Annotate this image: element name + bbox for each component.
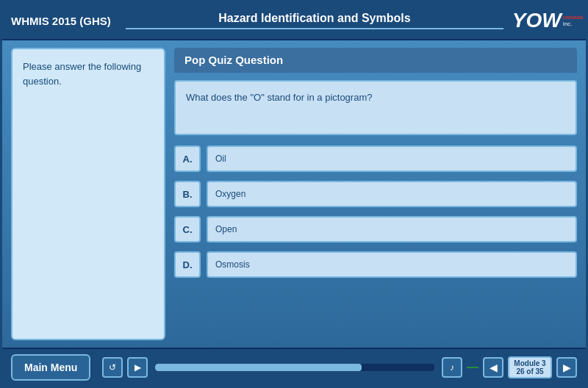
music-button[interactable]: ♪ [442,357,462,378]
answers-container: A. Oil B. Oxygen C. [174,146,577,278]
answer-text-c[interactable]: Open [207,216,577,242]
dash-icon: — [467,361,478,374]
back-icon: ◀ [490,362,498,373]
logo-inc-text: Inc. [563,21,584,27]
main-menu-button[interactable]: Main Menu [11,354,90,381]
quiz-header: Pop Quiz Question [174,48,577,73]
reset-icon: ↺ [109,362,116,373]
footer: Main Menu ↺ ▶ ♪ — ◀ Module 3 26 of 35 [2,348,586,386]
play-icon: ▶ [135,362,141,373]
answer-text-b[interactable]: Oxygen [207,181,577,207]
answer-text-d[interactable]: Osmosis [207,251,577,278]
next-button[interactable]: ▶ [556,357,577,378]
question-text: What does the "O" stand for in a pictogr… [186,92,565,103]
reset-button[interactable]: ↺ [102,357,123,378]
play-button[interactable]: ▶ [127,357,148,378]
main-content: Please answer the following question. Po… [2,40,586,348]
left-panel-text: Please answer the following question. [23,60,154,88]
music-icon: ♪ [450,362,454,373]
logo-sub: canada Inc. [563,14,584,27]
app-frame: WHMIS 2015 (GHS) Hazard Identification a… [0,0,588,388]
next-icon: ▶ [563,362,571,373]
logo-main-text: YOW [512,10,562,31]
answer-label-a[interactable]: A. [174,146,201,172]
module-line1: Module 3 [514,359,546,367]
left-panel: Please answer the following question. [11,48,165,340]
answer-row-a[interactable]: A. Oil [174,146,577,172]
footer-controls: ↺ ▶ ♪ — ◀ Module 3 26 of 35 ▶ [102,356,577,378]
quiz-section-title: Pop Quiz Question [184,54,283,66]
module-line2: 26 of 35 [514,367,546,376]
header: WHMIS 2015 (GHS) Hazard Identification a… [2,2,586,40]
answer-label-d[interactable]: D. [174,251,201,278]
module-badge: Module 3 26 of 35 [508,356,552,378]
answer-text-a[interactable]: Oil [207,146,577,172]
header-left-title: WHMIS 2015 (GHS) [11,15,111,27]
progress-bar-container [155,364,434,371]
header-center-title: Hazard Identification and Symbols [126,12,503,29]
logo-canada-text: canada [563,14,584,21]
question-box: What does the "O" stand for in a pictogr… [174,80,577,135]
answer-row-d[interactable]: D. Osmosis [174,251,577,278]
answer-row-c[interactable]: C. Open [174,216,577,242]
back-button[interactable]: ◀ [483,357,503,378]
answer-row-b[interactable]: B. Oxygen [174,181,577,207]
answer-label-b[interactable]: B. [174,181,201,207]
logo: YOW canada Inc. [518,6,577,35]
answer-label-c[interactable]: C. [174,216,201,242]
right-panel: Pop Quiz Question What does the "O" stan… [174,48,577,340]
progress-bar-fill [155,364,362,371]
